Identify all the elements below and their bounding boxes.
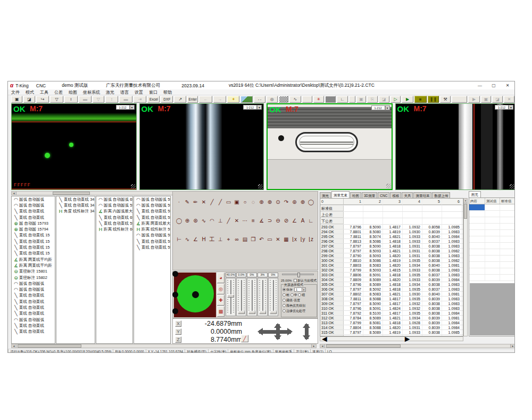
- toolbar-button[interactable]: ↕: [105, 96, 119, 103]
- cell[interactable]: [500, 217, 515, 223]
- table-row[interactable]: 300 OK 7.8810 8.5086 1.4819 1.0935 0.803…: [320, 258, 463, 263]
- cell[interactable]: 0.8040: [422, 234, 442, 238]
- measure-tool-icon[interactable]: ⋯: [242, 218, 248, 224]
- measure-tool-icon[interactable]: ⊙: [275, 199, 281, 205]
- cell[interactable]: [469, 217, 485, 223]
- toolbar-button[interactable]: →: [213, 96, 227, 103]
- table-row[interactable]: 305 OK 7.8796 8.5089 1.4818 1.0934 0.803…: [320, 282, 463, 287]
- cell[interactable]: 1.0985: [442, 225, 462, 229]
- element-col-header[interactable]: 标准值: [500, 198, 515, 204]
- toolbar-button[interactable]: ◪: [379, 96, 389, 103]
- light-slider-thumb[interactable]: [238, 311, 245, 314]
- cell[interactable]: 1.0984: [442, 311, 462, 315]
- radio-coarse[interactable]: [282, 293, 286, 297]
- toolbar-button[interactable]: ⎘: [367, 96, 378, 103]
- cell[interactable]: [485, 211, 500, 217]
- menu-item[interactable]: 窗口: [149, 89, 157, 95]
- cell[interactable]: 8.5091: [363, 306, 383, 310]
- cell[interactable]: [469, 230, 485, 236]
- menu-item[interactable]: 设置: [135, 89, 143, 95]
- cell[interactable]: [500, 262, 515, 268]
- cell[interactable]: 8.5093: [363, 268, 383, 272]
- measure-tool-icon[interactable]: ∞: [234, 236, 240, 243]
- measure-tool-icon[interactable]: ⌖: [226, 236, 231, 243]
- cell[interactable]: 7.8811: [344, 234, 363, 238]
- radio-edge[interactable]: [282, 309, 286, 312]
- cell[interactable]: 1.4820: [383, 253, 403, 258]
- cell[interactable]: 8.5089: [363, 330, 383, 334]
- scroll-left-icon[interactable]: ◄: [12, 344, 16, 348]
- table-row[interactable]: 315 OK 7.8797 8.5089 1.4819 1.0933 0.803…: [320, 330, 463, 335]
- resize-grip[interactable]: [258, 184, 263, 189]
- radio-fine[interactable]: [298, 293, 301, 297]
- results-tab[interactable]: 测光: [320, 192, 331, 198]
- cell[interactable]: 1.0984: [442, 234, 462, 238]
- feature-item[interactable]: ∡ 距离 两直线最大距: [134, 220, 170, 226]
- cell[interactable]: 1.0984: [442, 325, 462, 330]
- feature-item[interactable]: ◠ 圆弧 自动圆弧 55: [134, 196, 170, 202]
- feature-item[interactable]: ∡ 距离 两直线平均距: [12, 257, 55, 262]
- cell[interactable]: 7.8799: [344, 320, 363, 325]
- table-vscrollbar[interactable]: ▲: [463, 198, 468, 336]
- light-slider-track[interactable]: [247, 278, 257, 316]
- measure-tool-icon[interactable]: ↷: [284, 199, 289, 205]
- measure-tool-icon[interactable]: ❐: [251, 236, 256, 243]
- results-tab[interactable]: 数据上传: [432, 192, 450, 198]
- cell[interactable]: 7.8806: [344, 273, 363, 277]
- feature-item[interactable]: ╲ 直线 自动直线 15: [12, 238, 55, 244]
- row-label[interactable]: 296 OK: [320, 239, 344, 243]
- measure-tool-icon[interactable]: ▤: [242, 236, 248, 243]
- feature-item[interactable]: ╲ 直线 自动直线 15: [12, 244, 55, 250]
- cell[interactable]: [403, 212, 422, 218]
- camera-zoom-select[interactable]: 1-212 ▼: [495, 105, 513, 110]
- cell[interactable]: 8.5074: [363, 234, 383, 238]
- scrollbar-thumb[interactable]: [464, 204, 467, 219]
- light-slider-thumb[interactable]: [259, 311, 266, 314]
- measure-tool-icon[interactable]: ∡: [259, 218, 264, 224]
- measure-tool-icon[interactable]: ╱: [218, 199, 223, 205]
- toolbar-button[interactable]: Enter: [187, 96, 198, 103]
- table-row[interactable]: 314 OK 7.8804 8.5088 1.4820 1.0931 0.803…: [320, 325, 463, 330]
- cell[interactable]: 1.0984: [442, 320, 462, 325]
- menu-item[interactable]: 公差: [54, 89, 63, 95]
- cell[interactable]: 0.8038: [422, 258, 442, 262]
- light-slider[interactable]: 0%: [268, 273, 278, 317]
- feature-item[interactable]: ◠ 圆弧 自动圆弧: [12, 317, 55, 323]
- feature-item[interactable]: ╲ 直线 自动直线 55: [134, 238, 170, 244]
- element-col-header[interactable]: 内容: [469, 198, 485, 204]
- measure-tool-icon[interactable]: ◯: [176, 218, 182, 224]
- cell[interactable]: 0.8039: [422, 320, 442, 325]
- light-slider-track[interactable]: [268, 278, 278, 316]
- measure-tool-icon[interactable]: ↶: [259, 236, 264, 243]
- table-row[interactable]: 311 OK 7.8792 8.5100 1.4817 1.0935 0.803…: [320, 311, 463, 316]
- axis-y-button[interactable]: Y: [175, 328, 181, 335]
- measure-tool-icon[interactable]: ⊕: [267, 199, 273, 205]
- table-row[interactable]: 303 OK 7.8806 8.5091 1.4818 1.0935 0.803…: [320, 273, 463, 277]
- measure-tool-icon[interactable]: ⌊y: [300, 236, 306, 243]
- light-slider-track[interactable]: [236, 278, 246, 316]
- cell[interactable]: 1.0934: [403, 316, 422, 320]
- light-slider[interactable]: 0.0%: [236, 273, 246, 317]
- cell[interactable]: 8.5083: [363, 292, 383, 296]
- cell[interactable]: 1.0982: [442, 258, 462, 262]
- cell[interactable]: 0.8039: [422, 325, 442, 330]
- chevron-down-icon[interactable]: ▼: [509, 105, 513, 110]
- row-label[interactable]: 295 OK: [320, 234, 344, 238]
- measure-tool-icon[interactable]: ✎: [185, 199, 190, 205]
- table-row[interactable]: 307 OK 7.8802 8.5083 1.4821 1.0930 0.804…: [320, 292, 463, 297]
- measure-tool-icon[interactable]: ⊃: [267, 218, 273, 224]
- cell[interactable]: 0.8040: [422, 263, 442, 267]
- cell[interactable]: 1.0932: [403, 301, 422, 306]
- cell[interactable]: 8.5086: [363, 239, 383, 243]
- cell[interactable]: [485, 224, 500, 229]
- cell[interactable]: 0.8039: [422, 277, 442, 282]
- cell[interactable]: [363, 218, 383, 224]
- cell[interactable]: 1.0984: [442, 277, 462, 282]
- cell[interactable]: 1.0932: [403, 306, 422, 310]
- measure-tool-icon[interactable]: ▣: [234, 199, 240, 205]
- table-row[interactable]: 297 OK 7.8797 8.5090 1.4818 1.0931 0.803…: [320, 244, 463, 249]
- laser-line-button[interactable]: ╱: [241, 335, 248, 342]
- camera-view-1[interactable]: OK M:7 1-212 ▼ FFFFF: [11, 103, 137, 190]
- cell[interactable]: 1.0983: [442, 239, 462, 243]
- feature-item[interactable]: ╲ 直线 自动直线: [12, 209, 55, 215]
